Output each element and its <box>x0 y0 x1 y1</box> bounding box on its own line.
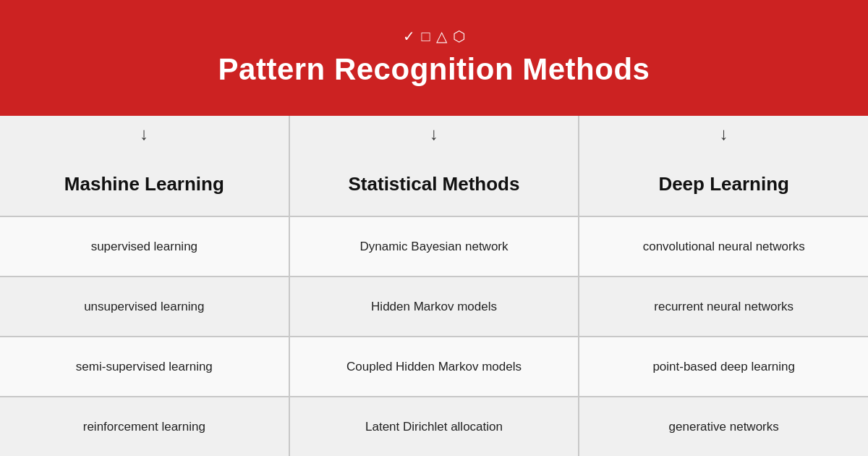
square-icon: □ <box>421 29 430 43</box>
arrows-row: ↓ ↓ ↓ <box>0 116 868 152</box>
column-statistical-methods: Statistical Methods Dynamic Bayesian net… <box>290 152 580 456</box>
list-item: Dynamic Bayesian network <box>290 217 579 277</box>
column-title-machine-learning: Mashine Learning <box>64 173 224 195</box>
list-item: recurrent neural networks <box>579 277 868 337</box>
column-items-machine-learning: supervised learning unsupervised learnin… <box>0 217 289 456</box>
column-items-statistical-methods: Dynamic Bayesian network Hidden Markov m… <box>290 217 579 456</box>
content-area: Mashine Learning supervised learning uns… <box>0 152 868 456</box>
column-header-statistical-methods: Statistical Methods <box>290 152 579 217</box>
column-deep-learning: Deep Learning convolutional neural netwo… <box>579 152 868 456</box>
triangle-icon: △ <box>436 29 447 43</box>
arrow-1: ↓ <box>0 116 290 152</box>
header-icons: ✓ □ △ ⬡ <box>403 29 464 43</box>
column-title-statistical-methods: Statistical Methods <box>349 173 520 195</box>
list-item: point-based deep learning <box>579 337 868 397</box>
list-item: reinforcement learning <box>0 397 289 456</box>
list-item: generative networks <box>579 397 868 456</box>
page-header: ✓ □ △ ⬡ Pattern Recognition Methods <box>0 0 868 116</box>
column-title-deep-learning: Deep Learning <box>658 173 789 195</box>
list-item: Latent Dirichlet allocation <box>290 397 579 456</box>
list-item: supervised learning <box>0 217 289 277</box>
list-item: convolutional neural networks <box>579 217 868 277</box>
hexagon-icon: ⬡ <box>453 29 465 43</box>
list-item: semi-supervised learning <box>0 337 289 397</box>
list-item: Coupled Hidden Markov models <box>290 337 579 397</box>
column-items-deep-learning: convolutional neural networks recurrent … <box>579 217 868 456</box>
checkmark-icon: ✓ <box>403 29 415 43</box>
list-item: Hidden Markov models <box>290 277 579 337</box>
column-machine-learning: Mashine Learning supervised learning uns… <box>0 152 290 456</box>
column-header-deep-learning: Deep Learning <box>579 152 868 217</box>
arrow-3: ↓ <box>579 116 868 152</box>
list-item: unsupervised learning <box>0 277 289 337</box>
page-title: Pattern Recognition Methods <box>218 52 650 87</box>
arrow-2: ↓ <box>290 116 580 152</box>
column-header-machine-learning: Mashine Learning <box>0 152 289 217</box>
